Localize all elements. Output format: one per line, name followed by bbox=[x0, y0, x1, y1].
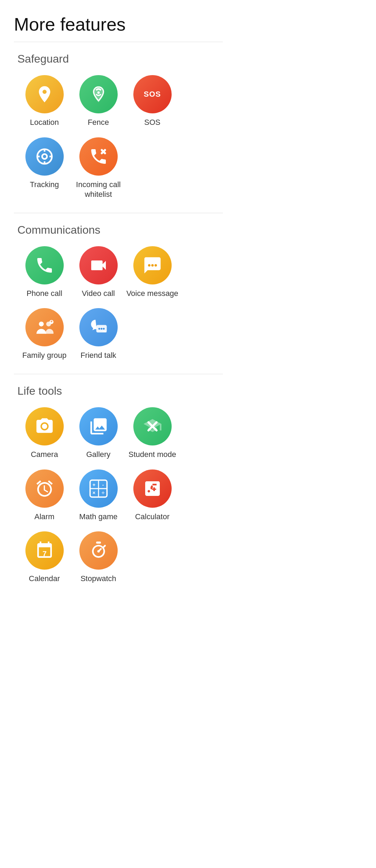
icon-circle-phone-call bbox=[25, 246, 64, 284]
svg-point-10 bbox=[151, 264, 154, 266]
section-communications: Communications Phone call Video call Voi… bbox=[14, 224, 223, 367]
svg-point-18 bbox=[101, 328, 102, 330]
icon-grid-communications: Phone call Video call Voice message + Fa… bbox=[14, 246, 223, 367]
icon-item-family-group[interactable]: + Family group bbox=[17, 308, 71, 361]
svg-text:+: + bbox=[92, 482, 95, 488]
icon-label-calculator: Calculator bbox=[135, 512, 170, 522]
svg-point-2 bbox=[42, 154, 47, 159]
icon-item-stopwatch[interactable]: Stopwatch bbox=[71, 531, 125, 584]
icon-item-sos[interactable]: SOSSOS bbox=[125, 75, 179, 128]
divider-top bbox=[14, 42, 223, 42]
icon-item-fence[interactable]: Fence bbox=[71, 75, 125, 128]
icon-circle-calendar: 7 bbox=[25, 531, 64, 570]
icon-item-camera[interactable]: Camera bbox=[17, 407, 71, 460]
icon-circle-gallery bbox=[79, 407, 118, 445]
section-life-tools: Life tools Camera Gallery Student mode A… bbox=[14, 385, 223, 590]
icon-circle-family-group: + bbox=[25, 308, 64, 346]
icon-item-student-mode[interactable]: Student mode bbox=[125, 407, 179, 460]
icon-label-stopwatch: Stopwatch bbox=[80, 574, 116, 584]
icon-label-alarm: Alarm bbox=[34, 512, 54, 522]
icon-circle-alarm bbox=[25, 469, 64, 508]
icon-grid-life-tools: Camera Gallery Student mode Alarm + - × … bbox=[14, 407, 223, 590]
icon-label-fence: Fence bbox=[88, 118, 109, 128]
icon-label-math-game: Math game bbox=[79, 512, 117, 522]
svg-text:÷: ÷ bbox=[101, 489, 104, 495]
icon-label-incoming-call: Incoming call whitelist bbox=[71, 180, 125, 200]
svg-point-17 bbox=[98, 328, 100, 330]
icon-item-friend-talk[interactable]: Friend talk bbox=[71, 308, 125, 361]
icon-circle-location bbox=[25, 75, 64, 113]
icon-label-phone-call: Phone call bbox=[26, 289, 62, 299]
icon-item-tracking[interactable]: Tracking bbox=[17, 137, 71, 200]
svg-rect-30 bbox=[96, 541, 101, 544]
icon-label-gallery: Gallery bbox=[86, 450, 111, 460]
svg-point-19 bbox=[103, 328, 104, 330]
icon-item-gallery[interactable]: Gallery bbox=[71, 407, 125, 460]
icon-circle-sos: SOS bbox=[133, 75, 172, 113]
icon-label-family-group: Family group bbox=[22, 351, 66, 361]
icon-item-math-game[interactable]: + - × ÷ Math game bbox=[71, 469, 125, 522]
svg-text:-: - bbox=[102, 482, 104, 488]
icon-item-calculator[interactable]: Calculator bbox=[125, 469, 179, 522]
section-title-safeguard: Safeguard bbox=[14, 53, 223, 65]
divider-safeguard bbox=[14, 213, 223, 213]
icon-circle-voice-message bbox=[133, 246, 172, 284]
icon-item-alarm[interactable]: Alarm bbox=[17, 469, 71, 522]
svg-text:×: × bbox=[92, 489, 95, 495]
icon-circle-stopwatch bbox=[79, 531, 118, 570]
icon-circle-calculator bbox=[133, 469, 172, 508]
svg-line-33 bbox=[104, 546, 105, 547]
icon-item-video-call[interactable]: Video call bbox=[71, 246, 125, 299]
svg-text:+: + bbox=[50, 319, 53, 323]
section-safeguard: Safeguard Location FenceSOSSOS Tracking … bbox=[14, 53, 223, 206]
icon-item-location[interactable]: Location bbox=[17, 75, 71, 128]
icon-item-phone-call[interactable]: Phone call bbox=[17, 246, 71, 299]
icon-item-voice-message[interactable]: Voice message bbox=[125, 246, 179, 299]
icon-circle-incoming-call bbox=[79, 137, 118, 176]
icon-circle-fence bbox=[79, 75, 118, 113]
divider-communications bbox=[14, 374, 223, 374]
icon-label-tracking: Tracking bbox=[30, 180, 59, 190]
icon-label-sos: SOS bbox=[144, 118, 160, 128]
icon-grid-safeguard: Location FenceSOSSOS Tracking Incoming c… bbox=[14, 75, 223, 206]
svg-point-12 bbox=[39, 322, 44, 327]
icon-label-video-call: Video call bbox=[82, 289, 115, 299]
icon-label-voice-message: Voice message bbox=[126, 289, 178, 299]
icon-circle-friend-talk bbox=[79, 308, 118, 346]
icon-circle-camera bbox=[25, 407, 64, 445]
icon-circle-tracking bbox=[25, 137, 64, 176]
section-title-life-tools: Life tools bbox=[14, 385, 223, 397]
icon-circle-student-mode bbox=[133, 407, 172, 445]
svg-point-9 bbox=[148, 264, 150, 266]
icon-item-incoming-call[interactable]: Incoming call whitelist bbox=[71, 137, 125, 200]
icon-label-location: Location bbox=[30, 118, 59, 128]
svg-text:7: 7 bbox=[42, 549, 47, 557]
icon-label-student-mode: Student mode bbox=[128, 450, 176, 460]
icon-circle-video-call bbox=[79, 246, 118, 284]
icon-label-calendar: Calendar bbox=[29, 574, 60, 584]
svg-point-11 bbox=[154, 264, 157, 266]
section-title-communications: Communications bbox=[14, 224, 223, 236]
icon-label-friend-talk: Friend talk bbox=[80, 351, 116, 361]
svg-point-0 bbox=[97, 91, 100, 94]
icon-label-camera: Camera bbox=[31, 450, 58, 460]
page-title: More features bbox=[14, 14, 223, 35]
icon-item-calendar[interactable]: 7 Calendar bbox=[17, 531, 71, 584]
icon-circle-math-game: + - × ÷ bbox=[79, 469, 118, 508]
svg-point-32 bbox=[97, 550, 100, 553]
